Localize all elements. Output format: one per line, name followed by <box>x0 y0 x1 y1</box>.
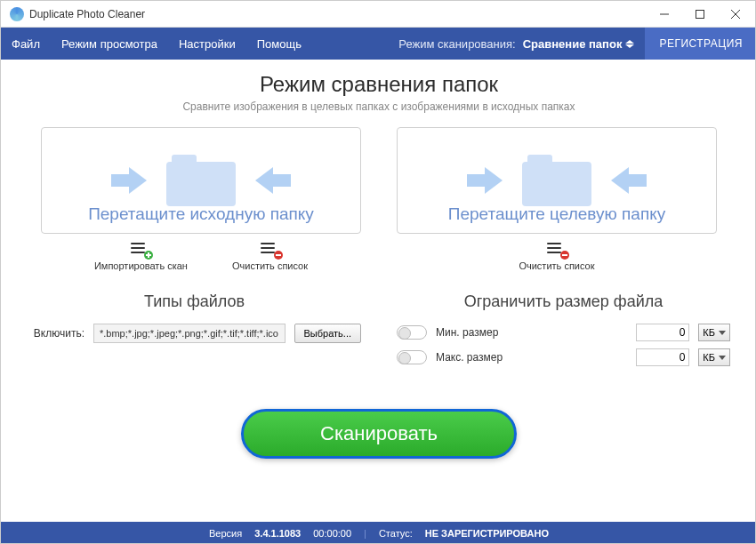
app-icon <box>10 7 24 21</box>
register-button[interactable]: РЕГИСТРАЦИЯ <box>645 28 756 60</box>
min-size-toggle[interactable] <box>397 325 427 340</box>
filesize-section: Ограничить размер файла Мин. размер КБ М… <box>397 292 730 373</box>
import-scan-button[interactable]: Импортировать скан <box>94 243 188 271</box>
include-label: Включить: <box>28 327 84 340</box>
maximize-button[interactable] <box>682 2 718 27</box>
min-unit-select[interactable]: КБ <box>698 324 730 341</box>
list-add-icon <box>131 243 150 257</box>
folder-icon <box>166 155 236 206</box>
target-actions: Очистить список <box>397 243 717 271</box>
menu-settings[interactable]: Настройки <box>168 28 246 60</box>
filetypes-input[interactable] <box>93 324 286 343</box>
chevron-down-icon <box>719 331 726 335</box>
version-value: 3.4.1.1083 <box>254 528 301 539</box>
page-subtitle: Сравните изображения в целевых папках с … <box>28 100 730 113</box>
clear-source-list-button[interactable]: Очистить список <box>232 243 308 271</box>
target-drop-zone[interactable]: Перетащите целевую папку <box>397 127 717 234</box>
status-label: Статус: <box>379 528 413 539</box>
source-drop-label: Перетащите исходную папку <box>42 204 360 224</box>
max-size-input[interactable] <box>636 348 689 366</box>
arrow-left-icon <box>250 167 291 194</box>
list-remove-icon <box>547 243 567 257</box>
pick-filetypes-button[interactable]: Выбрать... <box>294 324 361 343</box>
min-size-input[interactable] <box>636 324 689 341</box>
max-unit-select[interactable]: КБ <box>698 348 730 366</box>
scan-mode-selector[interactable]: Режим сканирования: Сравнение папок <box>398 37 645 51</box>
scan-mode-label: Режим сканирования: <box>398 37 515 51</box>
filesize-heading: Ограничить размер файла <box>397 292 730 311</box>
min-size-label: Мин. размер <box>436 326 627 339</box>
list-remove-icon <box>261 243 280 257</box>
arrow-left-icon <box>606 167 647 194</box>
max-size-label: Макс. размер <box>436 351 627 364</box>
clear-list-label: Очистить список <box>519 260 594 271</box>
menu-file[interactable]: Файл <box>1 28 51 60</box>
separator: | <box>364 528 366 539</box>
clear-target-list-button[interactable]: Очистить список <box>519 243 594 271</box>
sort-icon <box>625 40 636 48</box>
window-title: Duplicate Photo Cleaner <box>29 8 647 20</box>
elapsed-time: 00:00:00 <box>313 528 351 539</box>
version-label: Версия <box>209 528 242 539</box>
max-size-toggle[interactable] <box>397 350 427 364</box>
arrow-right-icon <box>467 167 508 194</box>
clear-list-label: Очистить список <box>232 260 308 271</box>
import-scan-label: Импортировать скан <box>94 260 188 271</box>
filetypes-heading: Типы файлов <box>28 292 361 311</box>
target-drop-label: Перетащите целевую папку <box>398 204 716 224</box>
menu-help[interactable]: Помощь <box>246 28 312 60</box>
menu-view[interactable]: Режим просмотра <box>51 28 168 60</box>
filetypes-section: Типы файлов Включить: Выбрать... <box>28 292 361 373</box>
scan-button[interactable]: Сканировать <box>241 409 517 459</box>
chevron-down-icon <box>719 356 726 360</box>
titlebar: Duplicate Photo Cleaner <box>1 1 756 28</box>
arrow-right-icon <box>111 167 152 194</box>
close-button[interactable] <box>718 2 753 27</box>
source-actions: Импортировать скан Очистить список <box>41 243 361 271</box>
minimize-button[interactable] <box>647 2 682 27</box>
scan-mode-value: Сравнение папок <box>523 37 623 51</box>
status-value: НЕ ЗАРЕГИСТРИРОВАНО <box>425 528 549 539</box>
svg-rect-1 <box>696 10 704 18</box>
menubar: Файл Режим просмотра Настройки Помощь Ре… <box>1 28 756 60</box>
folder-icon <box>522 155 591 206</box>
page-title: Режим сравнения папок <box>28 72 730 97</box>
source-drop-zone[interactable]: Перетащите исходную папку <box>41 127 361 234</box>
statusbar: Версия 3.4.1.1083 00:00:00 | Статус: НЕ … <box>1 522 756 544</box>
